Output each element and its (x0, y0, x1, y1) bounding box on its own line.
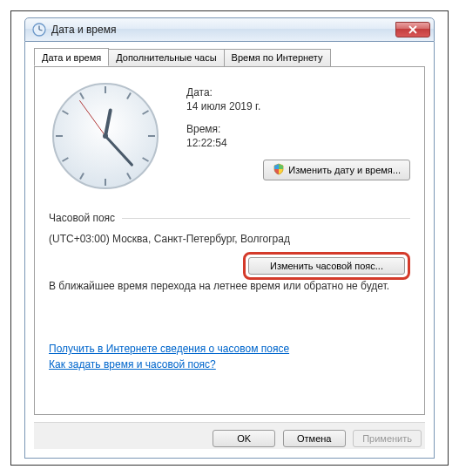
date-label: Дата: (186, 86, 410, 99)
divider (122, 218, 410, 219)
ok-button[interactable]: OK (213, 430, 275, 447)
dst-notice: В ближайшее время перехода на летнее вре… (49, 280, 410, 292)
analog-clock (49, 79, 162, 196)
tab-bar: Дата и время Дополнительные часы Время п… (34, 49, 425, 67)
date-value: 14 июля 2019 г. (186, 100, 410, 112)
clock-app-icon (32, 23, 46, 37)
apply-button: Применить (353, 430, 422, 447)
tab-additional-clocks[interactable]: Дополнительные часы (108, 49, 224, 67)
time-value: 12:22:54 (186, 137, 410, 149)
close-button[interactable] (395, 22, 430, 37)
link-howto[interactable]: Как задать время и часовой пояс? (49, 358, 410, 371)
time-label: Время: (186, 123, 410, 135)
timezone-value: (UTC+03:00) Москва, Санкт-Петербург, Вол… (49, 233, 410, 245)
change-datetime-button[interactable]: Изменить дату и время... (263, 160, 410, 180)
cancel-button[interactable]: Отмена (283, 430, 346, 447)
tab-internet-time[interactable]: Время по Интернету (224, 49, 331, 67)
close-icon (408, 25, 417, 34)
window-title: Дата и время (51, 24, 395, 36)
shield-icon (273, 163, 285, 177)
timezone-section-label: Часовой пояс (49, 212, 115, 224)
link-tz-info[interactable]: Получить в Интернете сведения о часовом … (49, 343, 410, 355)
highlight-frame: Изменить часовой пояс... (243, 252, 410, 280)
tab-content: Дата: 14 июля 2019 г. Время: 12:22:54 Из… (34, 66, 425, 415)
tab-date-time[interactable]: Дата и время (34, 48, 109, 66)
svg-point-21 (103, 133, 108, 139)
change-timezone-button[interactable]: Изменить часовой пояс... (248, 257, 405, 275)
dialog-footer: OK Отмена Применить (34, 422, 425, 449)
titlebar: Дата и время (24, 17, 435, 42)
